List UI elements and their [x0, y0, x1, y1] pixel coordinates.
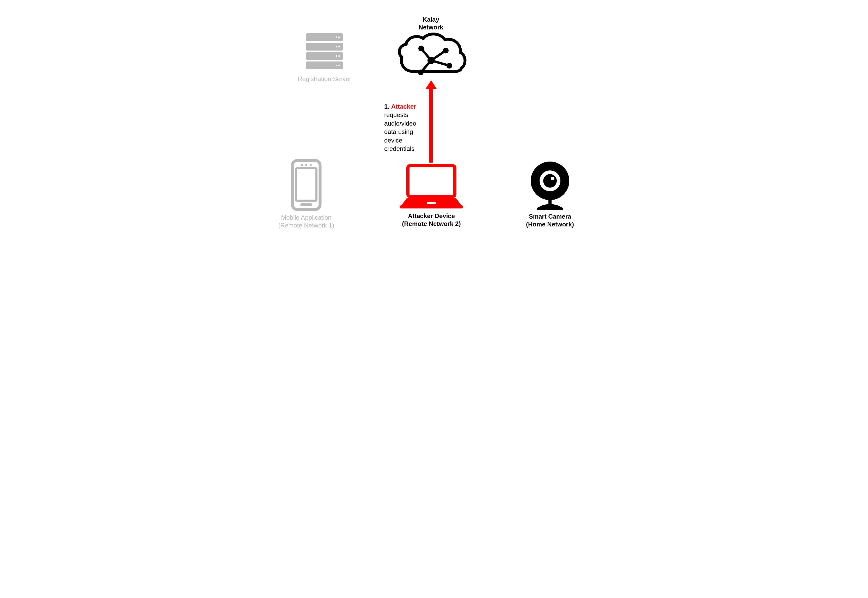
svg-point-36	[551, 176, 554, 180]
svg-rect-29	[300, 203, 312, 206]
svg-rect-28	[296, 168, 316, 200]
node-registration-server: Registration Server	[287, 31, 362, 83]
svg-point-16	[336, 46, 337, 48]
mobile-phone-icon	[289, 159, 323, 211]
svg-point-18	[336, 55, 337, 57]
mobile-application-label: Mobile Application (Remote Network 1)	[268, 214, 344, 229]
svg-point-27	[310, 164, 312, 166]
svg-point-13	[336, 36, 337, 38]
attacker-label-line-2: (Remote Network 2)	[402, 220, 461, 227]
svg-point-35	[543, 174, 557, 188]
svg-point-17	[338, 46, 340, 48]
svg-rect-32	[427, 202, 436, 204]
annotation-line-3: data using	[384, 128, 413, 135]
node-kalay-network: Kalay Network	[393, 16, 469, 82]
svg-point-8	[446, 63, 452, 69]
attacker-device-label: Attacker Device (Remote Network 2)	[388, 212, 474, 228]
annotation-line-4: device	[384, 137, 402, 144]
annotation-step-number: 1.	[384, 103, 389, 110]
svg-point-2	[418, 46, 424, 51]
annotation-line-5: credentials	[384, 145, 415, 152]
server-icon	[304, 31, 346, 73]
mobile-label-line-2: (Remote Network 1)	[278, 222, 334, 229]
annotation-step-1: 1. Attacker requests audio/video data us…	[384, 102, 431, 153]
svg-point-25	[301, 164, 303, 166]
annotation-line-2: audio/video	[384, 120, 416, 127]
svg-marker-23	[425, 80, 437, 89]
attacker-label-line-1: Attacker Device	[408, 212, 455, 220]
svg-point-6	[418, 70, 424, 75]
svg-point-4	[443, 48, 449, 54]
svg-rect-37	[548, 199, 552, 205]
node-mobile-application: Mobile Application (Remote Network 1)	[268, 159, 344, 229]
camera-label-line-1: Smart Camera	[529, 213, 572, 220]
diagram-canvas: Kalay Network	[260, 0, 608, 239]
smart-camera-label: Smart Camera (Home Network)	[513, 212, 587, 228]
svg-point-14	[338, 36, 340, 38]
node-attacker-device: Attacker Device (Remote Network 2)	[388, 164, 474, 228]
svg-point-20	[336, 64, 337, 66]
node-smart-camera: Smart Camera (Home Network)	[513, 159, 587, 228]
registration-server-label: Registration Server	[287, 75, 362, 83]
svg-point-26	[305, 164, 307, 166]
svg-rect-31	[400, 205, 463, 208]
kalay-network-label: Kalay Network	[393, 16, 469, 31]
cloud-network-icon	[393, 32, 469, 82]
laptop-icon	[398, 164, 465, 211]
webcam-icon	[527, 159, 573, 211]
mobile-label-line-1: Mobile Application	[281, 214, 331, 221]
svg-rect-30	[408, 166, 455, 196]
annotation-actor: Attacker	[391, 103, 416, 110]
camera-label-line-2: (Home Network)	[526, 221, 574, 228]
annotation-line-1: requests	[384, 111, 408, 118]
svg-point-21	[338, 64, 340, 66]
svg-point-19	[338, 55, 340, 57]
